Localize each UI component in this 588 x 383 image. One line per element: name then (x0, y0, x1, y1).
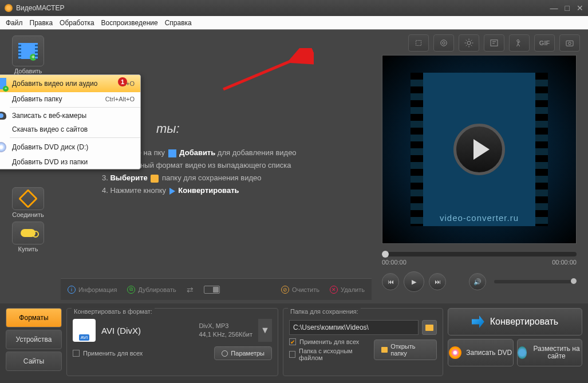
maximize-button[interactable]: □ (565, 3, 570, 13)
swap-button[interactable]: ⇄ (187, 285, 194, 294)
next-button[interactable]: ⏭ (429, 273, 446, 290)
menu-file[interactable]: Файл (6, 19, 23, 27)
svg-point-2 (441, 40, 447, 46)
tab-sites[interactable]: Сайты (6, 352, 62, 371)
folder-icon (151, 175, 159, 183)
toggle-icon (204, 286, 220, 294)
webcam-icon (0, 112, 6, 120)
dropdown-add-video-audio[interactable]: Добавить видео или аудио 1 trl+O (0, 75, 140, 92)
app-logo-icon (5, 4, 13, 12)
dropdown-add-dvd-disc[interactable]: Добавить DVD диск (D:) (0, 139, 140, 155)
toggle-button[interactable] (204, 286, 220, 294)
format-file-icon: AVI (73, 319, 96, 342)
buy-label: Купить (12, 246, 44, 252)
brightness-tool-button[interactable] (459, 34, 479, 52)
brand-text: video-converter.ru (440, 213, 519, 223)
dropdown-add-folder[interactable]: Добавить папку Ctrl+Alt+O (0, 92, 140, 106)
play-button[interactable]: ▶ (404, 271, 424, 292)
video-preview: video-converter.ru (382, 55, 577, 244)
join-button[interactable] (12, 187, 44, 210)
add-dropdown-menu: Добавить видео или аудио 1 trl+O Добавит… (0, 74, 141, 169)
save-source-folder-checkbox[interactable]: Папка с исходным файлом (289, 348, 370, 361)
menu-bar: Файл Правка Обработка Воспроизведение Сп… (0, 16, 588, 30)
add-label: Добавить (12, 68, 44, 74)
prev-button[interactable]: ⏮ (382, 273, 399, 290)
menu-help[interactable]: Справка (165, 19, 192, 27)
volume-button[interactable]: 🔊 (469, 273, 486, 290)
key-icon (21, 229, 35, 237)
open-folder-button[interactable]: Открыть папку (374, 339, 437, 360)
window-title: ВидеоМАСТЕР (16, 4, 550, 12)
dropdown-add-dvd-folder[interactable]: Добавить DVD из папки (0, 155, 140, 169)
text-tool-button[interactable] (484, 34, 504, 52)
film-icon (168, 149, 176, 157)
film-add-icon (0, 78, 6, 89)
add-button[interactable]: + (12, 35, 44, 66)
effects-tool-button[interactable] (433, 34, 454, 52)
speed-tool-button[interactable] (509, 34, 530, 52)
save-panel: Папка для сохранения: ✔Применить для все… (283, 308, 443, 376)
convert-button[interactable]: Конвертировать (448, 308, 582, 335)
format-apply-all-checkbox[interactable]: Применить для всех (73, 350, 143, 357)
time-total: 00:00:00 (552, 259, 577, 266)
menu-process[interactable]: Обработка (60, 19, 94, 27)
folder-icon (425, 325, 433, 331)
burn-dvd-button[interactable]: Записать DVD (448, 339, 514, 366)
gif-tool-button[interactable]: GIF (534, 34, 555, 52)
dvd-disc-icon (0, 142, 6, 152)
buy-button[interactable] (12, 222, 44, 244)
time-current: 00:00:00 (382, 259, 407, 266)
save-path-input[interactable] (289, 320, 419, 335)
dvd-icon (449, 346, 461, 359)
duplicate-button[interactable]: ⧉Дублировать (127, 286, 176, 294)
close-button[interactable]: ✕ (577, 3, 583, 13)
svg-rect-1 (416, 41, 421, 46)
folder-icon (381, 347, 388, 353)
clear-button[interactable]: ⊘Очистить (281, 286, 319, 294)
menu-edit[interactable]: Правка (30, 19, 53, 27)
svg-rect-7 (566, 41, 573, 46)
minimize-button[interactable]: — (550, 3, 558, 13)
annotation-arrow (216, 48, 314, 123)
menu-playback[interactable]: Воспроизведение (101, 19, 158, 27)
crop-tool-button[interactable] (408, 34, 429, 52)
start-heading: ты: (156, 121, 370, 136)
tab-formats[interactable]: Форматы (6, 308, 62, 327)
info-button[interactable]: iИнформация (68, 286, 117, 294)
svg-point-4 (467, 41, 471, 45)
format-panel: Конвертировать в формат: AVI AVI (DivX) … (66, 308, 278, 376)
film-add-icon: + (21, 43, 35, 59)
arrow-icon (169, 188, 175, 195)
svg-point-8 (569, 42, 571, 45)
join-label: Соединить (12, 211, 44, 218)
browse-folder-button[interactable] (422, 320, 437, 335)
delete-button[interactable]: ✕Удалить (330, 286, 365, 294)
join-icon (18, 189, 38, 208)
step-badge-1: 1 (118, 77, 127, 86)
tab-devices[interactable]: Устройства (6, 330, 62, 349)
params-button[interactable]: Параметры (214, 346, 272, 360)
start-instructions: 1. Нажмите на пку Добавить для добавлени… (102, 147, 370, 197)
dropdown-record-webcam[interactable]: Записать с веб-камеры (0, 109, 140, 123)
seek-slider[interactable] (382, 252, 577, 256)
format-name: AVI (DivX) (101, 326, 193, 335)
format-dropdown-button[interactable]: ▼ (258, 319, 272, 342)
publish-web-button[interactable]: Разместить на сайте (517, 339, 583, 366)
screenshot-tool-button[interactable] (559, 34, 580, 52)
volume-slider[interactable] (494, 280, 577, 283)
dropdown-download-sites[interactable]: Скачать видео с сайтов (0, 123, 140, 136)
svg-point-3 (443, 42, 445, 45)
svg-point-6 (517, 40, 519, 42)
svg-line-0 (223, 54, 308, 89)
convert-arrow-icon (472, 315, 484, 328)
play-big-icon (453, 124, 505, 175)
save-apply-all-checkbox[interactable]: ✔Применить для всех (289, 338, 370, 345)
svg-rect-5 (491, 40, 498, 46)
gear-icon (222, 350, 228, 357)
globe-icon (518, 346, 527, 359)
